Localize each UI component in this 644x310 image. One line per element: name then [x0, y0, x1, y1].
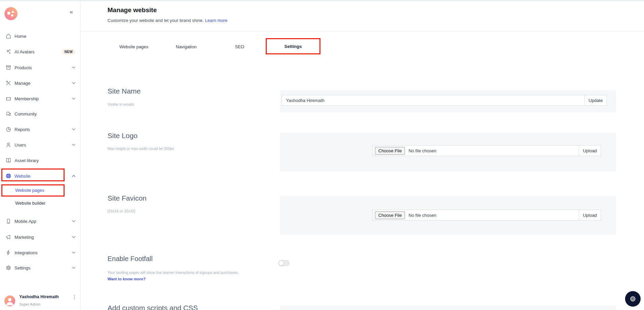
subtitle-text: Customize your website and let your bran…: [108, 18, 204, 23]
sidebar-item-manage[interactable]: Manage: [0, 77, 80, 89]
sidebar-item-label: Marketing: [15, 235, 34, 240]
tab-seo[interactable]: SEO: [235, 44, 244, 49]
sidebar-item-label: Community: [15, 111, 37, 117]
toggle-knob: [279, 260, 284, 266]
chevron-down-icon: [72, 128, 75, 130]
main-content: Manage website Customize your website an…: [80, 0, 644, 310]
sparkles-icon: [5, 49, 11, 55]
profile-role: Super Admin: [19, 302, 41, 306]
sidebar-item-label: Home: [15, 34, 26, 39]
sidebar-item-label: Settings: [15, 265, 30, 270]
upload-button[interactable]: Upload: [579, 146, 601, 156]
chevron-up-icon: [72, 175, 75, 177]
tab-navigation[interactable]: Navigation: [176, 44, 196, 49]
upload-button[interactable]: Upload: [579, 210, 601, 220]
site-name-panel: Update: [280, 90, 616, 112]
sidebar-item-label: Website builder: [15, 201, 45, 206]
sidebar-item-label: Products: [15, 65, 32, 70]
tools-icon: [5, 80, 11, 86]
sidebar-item-website[interactable]: Website: [0, 170, 80, 182]
phone-icon: [5, 218, 11, 224]
chevron-down-icon: [72, 220, 75, 222]
zap-icon: [5, 250, 11, 256]
chat-icon: [5, 111, 11, 117]
chevron-down-icon: [72, 67, 75, 69]
tab-settings[interactable]: Settings: [266, 38, 320, 54]
chevron-down-icon: [72, 252, 75, 254]
site-name-note: Visible in emails: [108, 102, 134, 106]
site-name-input[interactable]: [282, 98, 585, 103]
sidebar-item-ai-avatars[interactable]: AI Avatars NEW: [0, 46, 80, 58]
megaphone-icon: [5, 234, 11, 240]
brand-logo[interactable]: [4, 7, 18, 20]
page-subtitle: Customize your website and let your bran…: [108, 18, 228, 23]
box-icon: [5, 64, 11, 71]
profile-menu-icon[interactable]: ⋮: [72, 294, 77, 300]
sidebar-item-reports[interactable]: Reports: [0, 123, 80, 135]
site-logo-file-bar: Choose File No file chosen Upload: [373, 145, 601, 156]
avatar[interactable]: [4, 295, 15, 306]
site-favicon-panel: Choose File No file chosen Upload: [280, 196, 616, 235]
sidebar-collapse-button[interactable]: «: [68, 8, 75, 16]
site-logo-panel: Choose File No file chosen Upload: [280, 133, 616, 172]
sidebar-item-community[interactable]: Community: [0, 108, 80, 120]
sidebar-item-website-pages[interactable]: Website pages: [0, 184, 80, 196]
site-logo-heading: Site Logo: [108, 132, 138, 140]
globe-icon: [5, 173, 11, 179]
tab-label: Settings: [284, 44, 302, 49]
sidebar-item-products[interactable]: Products: [0, 61, 80, 74]
sidebar-item-integrations[interactable]: Integrations: [0, 247, 80, 259]
update-button[interactable]: Update: [585, 95, 606, 105]
sidebar: « Home AI Avatars NEW Products Manage Me…: [0, 0, 80, 310]
sidebar-item-membership[interactable]: Membership: [0, 93, 80, 105]
site-name-heading: Site Name: [108, 87, 141, 95]
sidebar-item-users[interactable]: Users: [0, 139, 80, 151]
help-fab-button[interactable]: [625, 291, 641, 307]
ticket-icon: [5, 96, 11, 102]
book-icon: [5, 157, 11, 163]
top-strip: [0, 0, 644, 1]
sidebar-item-label: Mobile App: [15, 219, 36, 224]
site-name-bar: Update: [282, 95, 607, 106]
screen: { "colors": { "accent": "#4353cf", "anno…: [0, 0, 644, 310]
new-badge: NEW: [62, 49, 75, 55]
sidebar-item-website-builder[interactable]: Website builder: [0, 197, 80, 209]
home-icon: [5, 33, 11, 39]
sidebar-item-label: Integrations: [15, 250, 38, 255]
sidebar-item-label: Manage: [15, 81, 30, 86]
rosette-icon: [629, 295, 637, 303]
learn-more-link[interactable]: Learn more: [205, 18, 227, 23]
footfall-note: Your landing pages will show live learne…: [108, 270, 239, 275]
sidebar-item-label: Website pages: [15, 188, 44, 193]
want-to-know-more-link[interactable]: Want to know more?: [108, 277, 146, 281]
page-header: Manage website Customize your website an…: [80, 0, 644, 31]
site-favicon-file-bar: Choose File No file chosen Upload: [373, 210, 601, 221]
sidebar-item-label: Asset library: [15, 158, 39, 163]
sidebar-item-label: Reports: [15, 127, 30, 132]
sidebar-item-asset-library[interactable]: Asset library: [0, 154, 80, 166]
chevron-down-icon: [72, 82, 75, 84]
chevron-down-icon: [72, 267, 75, 269]
sidebar-item-label: AI Avatars: [15, 49, 34, 54]
footfall-toggle[interactable]: [278, 260, 290, 266]
choose-file-button[interactable]: Choose File: [375, 147, 405, 155]
chevron-down-icon: [72, 236, 75, 238]
sidebar-item-marketing[interactable]: Marketing: [0, 231, 80, 243]
sidebar-item-home[interactable]: Home: [0, 30, 80, 42]
gear-icon: [5, 265, 11, 271]
custom-scripts-panel: [280, 306, 616, 310]
choose-file-button[interactable]: Choose File: [375, 211, 405, 219]
file-status-text: No file chosen: [408, 213, 436, 218]
chevron-down-icon: [72, 144, 75, 146]
sidebar-item-mobile-app[interactable]: Mobile App: [0, 215, 80, 227]
site-favicon-heading: Site Favicon: [108, 194, 147, 202]
tab-website-pages[interactable]: Website pages: [119, 44, 148, 49]
site-favicon-note: [16x16 or 32x32]: [108, 209, 135, 213]
page-title: Manage website: [108, 6, 157, 14]
custom-scripts-heading: Add custom scripts and CSS: [108, 304, 198, 310]
sidebar-item-settings[interactable]: Settings: [0, 262, 80, 274]
enable-footfall-heading: Enable Footfall: [108, 255, 152, 263]
sidebar-item-label: Users: [15, 143, 26, 148]
pie-chart-icon: [5, 126, 11, 132]
sidebar-item-label: Website: [15, 174, 30, 179]
